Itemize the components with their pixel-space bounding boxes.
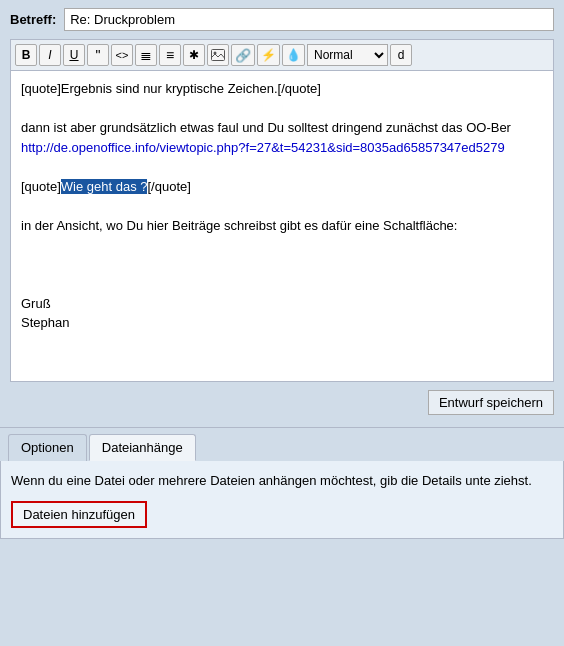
tabs-section: Optionen Dateianhänge Wenn du eine Datei… — [0, 427, 564, 539]
drop-button[interactable]: 💧 — [282, 44, 305, 66]
link-line: http://de.openoffice.info/viewtopic.php?… — [21, 138, 543, 158]
tabs-content: Wenn du eine Datei oder mehrere Dateien … — [0, 461, 564, 539]
italic-button[interactable]: I — [39, 44, 61, 66]
image-button[interactable] — [207, 44, 229, 66]
unordered-list-button[interactable]: ≡ — [159, 44, 181, 66]
tab-options[interactable]: Optionen — [8, 434, 87, 461]
add-files-button[interactable]: Dateien hinzufügen — [11, 501, 147, 528]
lightning-button[interactable]: ⚡ — [257, 44, 280, 66]
editor-container: B I U " <> ≣ ≡ ✱ 🔗 ⚡ 💧 Normal Heading 1 … — [10, 39, 554, 382]
editor-content[interactable]: [quote]Ergebnis sind nur kryptische Zeic… — [11, 71, 553, 381]
text-line-1: dann ist aber grundsätzlich etwas faul u… — [21, 118, 543, 138]
ordered-list-button[interactable]: ≣ — [135, 44, 157, 66]
save-draft-button[interactable]: Entwurf speichern — [428, 390, 554, 415]
subject-row: Betreff: — [0, 0, 564, 39]
subject-input[interactable] — [64, 8, 554, 31]
tab-options-label: Optionen — [21, 440, 74, 455]
code-button[interactable]: <> — [111, 44, 133, 66]
tab-attachments-label: Dateianhänge — [102, 440, 183, 455]
quote-line-2: [quote]Wie geht das ?[/quote] — [21, 177, 543, 197]
subject-label: Betreff: — [10, 12, 56, 27]
tabs-header: Optionen Dateianhänge — [0, 428, 564, 461]
signature-name: Stephan — [21, 313, 543, 333]
tabs-description: Wenn du eine Datei oder mehrere Dateien … — [11, 471, 553, 491]
underline-button[interactable]: U — [63, 44, 85, 66]
bottom-buttons: Entwurf speichern — [0, 382, 564, 423]
quote-text-1: [quote]Ergebnis sind nur kryptische Zeic… — [21, 81, 321, 96]
highlighted-quote-text: Wie geht das ? — [61, 179, 148, 194]
quote-button[interactable]: " — [87, 44, 109, 66]
tab-attachments[interactable]: Dateianhänge — [89, 434, 196, 461]
quote-line-1: [quote]Ergebnis sind nur kryptische Zeic… — [21, 79, 543, 99]
text-line-2: in der Ansicht, wo Du hier Beiträge schr… — [21, 216, 543, 236]
link-button[interactable]: 🔗 — [231, 44, 255, 66]
format-select[interactable]: Normal Heading 1 Heading 2 Heading 3 — [307, 44, 388, 66]
special-char-button[interactable]: ✱ — [183, 44, 205, 66]
extra-button[interactable]: d — [390, 44, 412, 66]
editor-toolbar: B I U " <> ≣ ≡ ✱ 🔗 ⚡ 💧 Normal Heading 1 … — [11, 40, 553, 71]
forum-link[interactable]: http://de.openoffice.info/viewtopic.php?… — [21, 140, 505, 155]
signature-gruss: Gruß — [21, 294, 543, 314]
editor-scroll-area: [quote]Ergebnis sind nur kryptische Zeic… — [11, 71, 553, 381]
main-container: Betreff: B I U " <> ≣ ≡ ✱ 🔗 ⚡ 💧 — [0, 0, 564, 539]
bold-button[interactable]: B — [15, 44, 37, 66]
